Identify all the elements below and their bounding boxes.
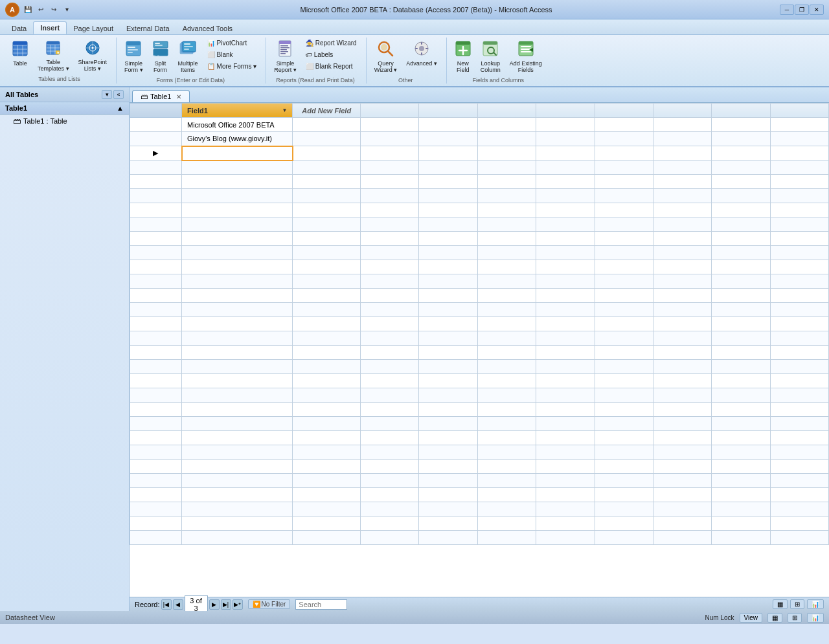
nav-header[interactable]: All Tables ▾ «	[0, 87, 129, 102]
new-record-row[interactable]: ▶	[130, 146, 829, 161]
restore-button[interactable]: ❐	[795, 5, 809, 15]
ec10	[770, 203, 828, 217]
ec1	[182, 488, 293, 502]
field1-sort-icon[interactable]: ▼	[282, 107, 287, 113]
doc-tab-close[interactable]: ✕	[176, 93, 181, 100]
first-record-btn[interactable]: |◀	[161, 599, 172, 610]
other-label: Other	[370, 77, 441, 83]
field1-cell-1[interactable]: Microsoft Office 2007 BETA	[182, 118, 293, 132]
bottom-datasheet-btn[interactable]: ▦	[767, 613, 782, 623]
pivotchart-view-btn[interactable]: 📊	[807, 599, 824, 609]
rs	[130, 474, 182, 488]
bottom-pivot-btn[interactable]: ⊞	[788, 613, 802, 623]
ec2	[293, 317, 361, 331]
labels-button[interactable]: 🏷 Labels	[302, 49, 361, 60]
prev-record-btn[interactable]: ◀	[173, 599, 183, 610]
ec4	[419, 203, 477, 217]
ec3	[361, 331, 419, 346]
table-row	[130, 531, 829, 545]
datasheet-view-btn[interactable]: ▦	[773, 599, 788, 609]
table-row[interactable]: Giovy’s Blog (www.giovy.it)	[130, 132, 829, 146]
current-record[interactable]: 3 of 3	[185, 595, 208, 612]
menu-tab-page-layout[interactable]: Page Layout	[67, 23, 120, 34]
svg-rect-39	[184, 49, 189, 50]
pivotchart-button[interactable]: 📊 PivotChart	[203, 38, 261, 49]
search-input[interactable]	[295, 599, 347, 610]
table-row	[130, 161, 829, 175]
close-button[interactable]: ✕	[810, 5, 824, 15]
menu-tab-insert[interactable]: Insert	[33, 21, 67, 34]
rs	[130, 175, 182, 189]
redo-quick-btn[interactable]: ↪	[48, 4, 60, 16]
report-wizard-button[interactable]: 🧙 Report Wizard	[302, 38, 361, 49]
ec9	[712, 161, 770, 175]
multiple-items-button[interactable]: MultipleItems	[174, 38, 202, 76]
datasheet[interactable]: Field1 ▼ Add New Field	[130, 103, 829, 597]
ec3	[361, 317, 419, 331]
table-button[interactable]: Table	[8, 38, 32, 69]
nav-section-table1[interactable]: Table1 ▲	[0, 102, 129, 115]
table-row	[130, 474, 829, 488]
menu-tab-data[interactable]: Data	[5, 23, 33, 34]
split-form-icon	[152, 40, 169, 59]
blank-report-button[interactable]: ⬜ Blank Report	[302, 61, 361, 72]
title-bar-left: A 💾 ↩ ↪ ▾	[5, 3, 73, 17]
sharepoint-lists-button[interactable]: SharePointLists ▾	[74, 38, 111, 74]
add-field-cell-1	[293, 118, 361, 132]
rs	[130, 232, 182, 246]
lookup-column-button[interactable]: LookupColumn	[477, 38, 505, 76]
more-forms-button[interactable]: 📋 More Forms ▾	[203, 61, 261, 72]
minimize-button[interactable]: ─	[780, 5, 794, 15]
qa-dropdown-btn[interactable]: ▾	[61, 4, 73, 16]
view-label[interactable]: View	[740, 613, 763, 623]
ec3	[361, 303, 419, 317]
advanced-button[interactable]: Advanced ▾	[402, 38, 441, 69]
new-field-label: NewField	[457, 60, 470, 73]
menu-tab-external-data[interactable]: External Data	[120, 23, 176, 34]
table-templates-button[interactable]: ★ TableTemplates ▾	[34, 38, 73, 74]
add-new-field-header[interactable]: Add New Field	[293, 104, 361, 118]
ec6	[536, 374, 595, 388]
field1-cell-3[interactable]	[182, 146, 293, 161]
simple-report-button[interactable]: SimpleReport ▾	[270, 38, 301, 76]
ec6	[536, 388, 595, 403]
simple-form-button[interactable]: SimpleForm ▾	[120, 38, 147, 76]
ec1	[182, 260, 293, 274]
bottom-chart-btn[interactable]: 📊	[807, 613, 824, 623]
main-area: All Tables ▾ « Table1 ▲ 🗃 Table1 : Table…	[0, 87, 829, 611]
query-wizard-button[interactable]: QueryWizard ▾	[370, 38, 402, 76]
menu-tab-advanced-tools[interactable]: Advanced Tools	[176, 23, 239, 34]
ec10	[770, 502, 828, 516]
nav-item-table1[interactable]: 🗃 Table1 : Table	[0, 115, 129, 128]
no-filter-button[interactable]: 🔽 No Filter	[248, 599, 291, 609]
field1-cell-2[interactable]: Giovy’s Blog (www.giovy.it)	[182, 132, 293, 146]
doc-tab-table1[interactable]: 🗃 Table1 ✕	[132, 90, 190, 102]
ec1	[182, 175, 293, 189]
last-record-btn[interactable]: ▶|	[221, 599, 231, 610]
table-row[interactable]: Microsoft Office 2007 BETA	[130, 118, 829, 132]
ec5	[477, 346, 536, 360]
ec6	[536, 346, 595, 360]
field1-header[interactable]: Field1 ▼	[182, 104, 293, 118]
sharepoint-label: SharePointLists ▾	[78, 59, 108, 72]
tables-lists-label: Tables and Lists	[8, 76, 111, 82]
ec8	[653, 303, 711, 317]
undo-quick-btn[interactable]: ↩	[35, 4, 47, 16]
ec4	[419, 161, 477, 175]
rs	[130, 374, 182, 388]
next-record-btn[interactable]: ▶	[209, 599, 220, 610]
add-existing-fields-button[interactable]: Add ExistingFields	[506, 38, 546, 76]
ec2	[293, 303, 361, 317]
blank-form-label: Blank	[217, 51, 233, 58]
nav-collapse-btn[interactable]: «	[113, 90, 124, 99]
save-quick-btn[interactable]: 💾	[22, 4, 34, 16]
ec2	[293, 203, 361, 217]
new-field-button[interactable]: NewField	[451, 38, 475, 76]
ec4	[419, 445, 477, 460]
table-row	[130, 303, 829, 317]
pivottable-view-btn[interactable]: ⊞	[790, 599, 804, 609]
blank-form-button[interactable]: ⬜ Blank	[203, 49, 261, 60]
new-record-btn[interactable]: ▶*	[233, 599, 243, 610]
split-form-button[interactable]: SplitForm	[148, 38, 173, 76]
nav-dropdown-btn[interactable]: ▾	[102, 90, 112, 99]
